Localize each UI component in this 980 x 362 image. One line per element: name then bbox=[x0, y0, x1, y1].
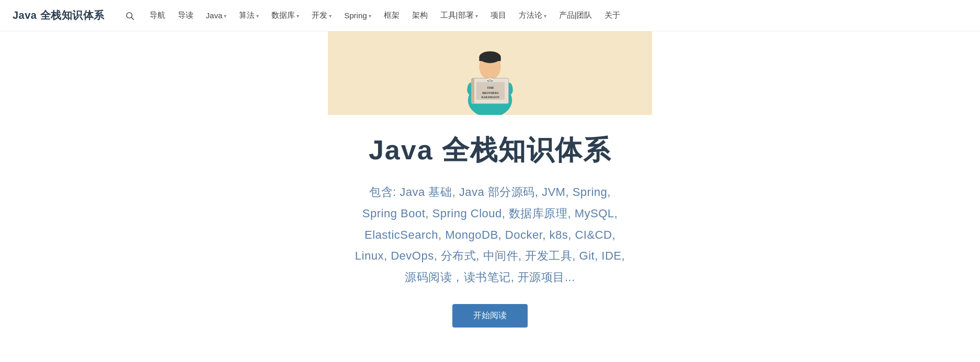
nav-item-7[interactable]: 框架 bbox=[379, 7, 405, 24]
chevron-down-icon: ▾ bbox=[224, 13, 226, 19]
nav-item-11[interactable]: 方法论▾ bbox=[514, 7, 552, 24]
svg-rect-9 bbox=[471, 78, 474, 104]
nav-item-6[interactable]: Spring▾ bbox=[339, 8, 376, 23]
header: Java 全栈知识体系 导航导读Java▾算法▾数据库▾开发▾Spring▾框架… bbox=[0, 0, 980, 31]
subtitle-line-1: Spring Boot, Spring Cloud, 数据库原理, MySQL, bbox=[355, 203, 625, 225]
hero-image: THE BROTHERS KARAMAZOV bbox=[328, 31, 652, 115]
svg-text:BROTHERS: BROTHERS bbox=[482, 91, 498, 95]
nav-item-3[interactable]: 算法▾ bbox=[234, 7, 264, 24]
site-title[interactable]: Java 全栈知识体系 bbox=[13, 8, 105, 22]
nav-item-1[interactable]: 导读 bbox=[173, 7, 199, 24]
chevron-down-icon: ▾ bbox=[544, 13, 546, 19]
svg-rect-7 bbox=[479, 57, 500, 61]
nav-item-4[interactable]: 数据库▾ bbox=[266, 7, 304, 24]
subtitle-line-4: 源码阅读，读书笔记, 开源项目... bbox=[355, 267, 625, 288]
nav-item-5[interactable]: 开发▾ bbox=[306, 7, 337, 24]
nav-item-12[interactable]: 产品|团队 bbox=[554, 7, 598, 24]
nav-item-8[interactable]: 架构 bbox=[407, 7, 433, 24]
subtitle-line-2: ElasticSearch, MongoDB, Docker, k8s, CI&… bbox=[355, 225, 625, 246]
chevron-down-icon: ▾ bbox=[369, 13, 371, 19]
main-content: THE BROTHERS KARAMAZOV Java 全栈知识体系 包含: J… bbox=[0, 31, 980, 359]
chevron-down-icon: ▾ bbox=[297, 13, 299, 19]
svg-text:THE: THE bbox=[487, 86, 494, 89]
main-title: Java 全栈知识体系 bbox=[355, 134, 625, 166]
chevron-down-icon: ▾ bbox=[329, 13, 332, 19]
nav-item-2[interactable]: Java▾ bbox=[201, 8, 232, 23]
svg-text:KARAMAZOV: KARAMAZOV bbox=[482, 96, 500, 99]
cta-wrapper: 开始阅读 bbox=[355, 304, 625, 328]
subtitle-line-0: 包含: Java 基础, Java 部分源码, JVM, Spring, bbox=[355, 182, 625, 203]
chevron-down-icon: ▾ bbox=[256, 13, 259, 19]
main-nav: 导航导读Java▾算法▾数据库▾开发▾Spring▾框架架构工具|部署▾项目方法… bbox=[144, 7, 967, 24]
subtitle: 包含: Java 基础, Java 部分源码, JVM, Spring,Spri… bbox=[355, 182, 625, 288]
cta-button[interactable]: 开始阅读 bbox=[452, 304, 528, 328]
nav-item-13[interactable]: 关于 bbox=[599, 7, 625, 24]
subtitle-line-3: Linux, DevOps, 分布式, 中间件, 开发工具, Git, IDE, bbox=[355, 246, 625, 267]
svg-line-1 bbox=[131, 17, 133, 19]
chevron-down-icon: ▾ bbox=[475, 13, 478, 19]
nav-item-10[interactable]: 项目 bbox=[485, 7, 511, 24]
nav-item-0[interactable]: 导航 bbox=[144, 7, 170, 24]
search-button[interactable] bbox=[120, 6, 139, 25]
search-icon bbox=[125, 11, 134, 20]
book-illustration: THE BROTHERS KARAMAZOV bbox=[438, 37, 542, 115]
title-section: Java 全栈知识体系 包含: Java 基础, Java 部分源码, JVM,… bbox=[334, 115, 646, 338]
nav-item-9[interactable]: 工具|部署▾ bbox=[435, 7, 483, 24]
